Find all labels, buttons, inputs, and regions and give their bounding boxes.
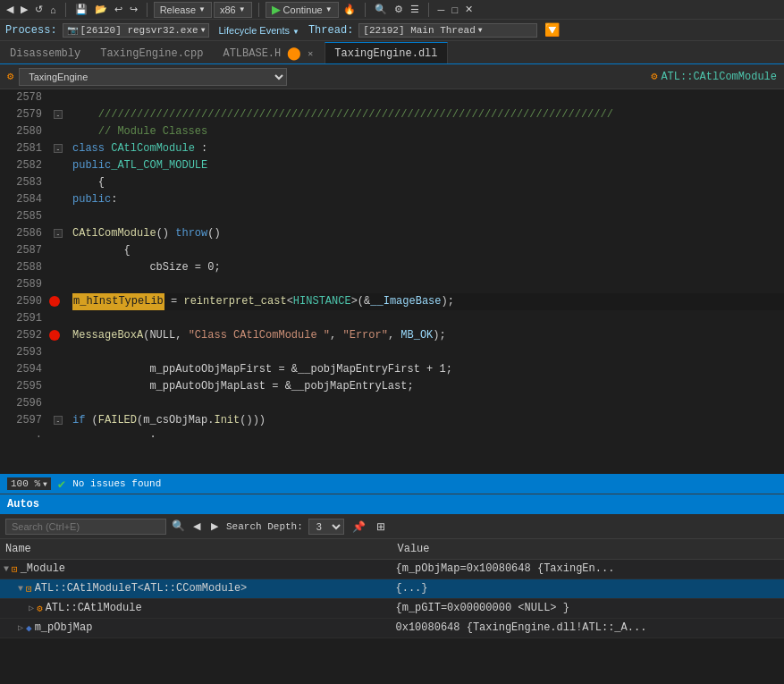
settings-button[interactable]: ⚙	[392, 3, 406, 16]
process-value: [26120] regsvr32.exe	[80, 25, 198, 36]
back-button[interactable]: ◀	[4, 3, 16, 16]
gutter-2588	[49, 259, 69, 276]
flame-icon: 🔥	[343, 4, 356, 15]
minimize-button[interactable]: ─	[435, 4, 448, 16]
breakpoint-2592[interactable]	[49, 330, 60, 341]
semi2: );	[433, 327, 445, 344]
autos-search-bar: 🔍 ◀ ▶ Search Depth: 3 1 2 4 5 📌 ⊞	[0, 514, 784, 539]
lifecycle-arrow: ▼	[292, 28, 299, 36]
autos-cell-atl-module-t-name: ▼ ⊡ ATL::CAtlModuleT<ATL::CComModule>	[0, 578, 392, 598]
undo-button[interactable]: ↩	[112, 3, 125, 16]
line-num-2589: 2589	[0, 276, 42, 293]
process-bar: Process: 📷 [26120] regsvr32.exe ▼ Lifecy…	[0, 20, 784, 41]
code-header: ⚙ TaxingEngine ⚙ ATL::CAtlComModule	[0, 64, 784, 89]
gutter-2598	[49, 429, 69, 446]
line-num-2578: 2578	[0, 89, 42, 106]
tab-atlbase-close[interactable]: ✕	[306, 48, 315, 59]
layout-button[interactable]: ☰	[408, 3, 422, 16]
code-line-2588: cbSize = 0;	[72, 259, 784, 276]
gutter-2583	[49, 174, 69, 191]
autos-row-module[interactable]: ▼ ⊡ _Module {m_pObjMap=0x10080648 {Taxin…	[0, 559, 784, 578]
expand-module[interactable]: ▼	[4, 564, 9, 574]
process-label: Process:	[5, 24, 57, 37]
collapse-2579[interactable]: -	[54, 110, 63, 119]
flame-button[interactable]: 🔥	[341, 3, 358, 16]
search-prev-button[interactable]: ◀	[190, 519, 203, 533]
autos-row-atl-module[interactable]: ▷ ⚙ ATL::CAtlModule {m_pGIT=0x00000000 <…	[0, 598, 784, 618]
toolbar-sep-5	[428, 3, 429, 17]
gutter-2589	[49, 276, 69, 293]
autos-cell-m-pobjmap-value: 0x10080648 {TaxingEngine.dll!ATL::_A...	[392, 618, 785, 638]
tab-atlbase[interactable]: ATLBASE.H ⬤ ✕	[213, 42, 325, 63]
code-line-2585	[72, 208, 784, 225]
depth-select[interactable]: 3 1 2 4 5	[308, 519, 344, 535]
autos-row-m-pobjmap[interactable]: ▷ ◆ m_pObjMap 0x10080648 {TaxingEngine.d…	[0, 618, 784, 638]
tab-taxingengine-cpp[interactable]: TaxingEngine.cpp	[90, 42, 213, 63]
code-line-2594: m_ppAutoObjMapFirst = &__pobjMapEntryFir…	[72, 361, 784, 378]
home-button[interactable]: ⌂	[47, 4, 59, 16]
if-paren: (	[85, 412, 97, 429]
gutter-2592	[49, 327, 69, 344]
fn-msgbox: MessageBoxA	[72, 327, 143, 344]
close-window-button[interactable]: ✕	[462, 3, 476, 16]
toolbar-file-group: 💾 📂 ↩ ↪	[72, 3, 140, 16]
tab-taxingengine-dll[interactable]: TaxingEngine.dll	[325, 42, 447, 63]
m-pobjmap-name: m_pObjMap	[35, 621, 93, 634]
fn-reinterpret: reinterpret_cast	[183, 293, 286, 310]
maximize-button[interactable]: □	[449, 4, 460, 16]
platform-dropdown[interactable]: x86 ▼	[214, 2, 252, 18]
open-button[interactable]: 📂	[92, 3, 110, 16]
kw-public: public	[72, 157, 111, 174]
autos-row-atl-module-t[interactable]: ▼ ⊡ ATL::CAtlModuleT<ATL::CComModule> {.…	[0, 578, 784, 598]
code-line-2595: m_ppAutoObjMapLast = &__pobjMapEntryLast…	[72, 378, 784, 395]
collapse-2581[interactable]: -	[54, 144, 63, 153]
collapse-2597[interactable]: -	[54, 416, 63, 425]
line-numbers: 2578 2579 2580 2581 2582 2583 2584 2585 …	[0, 89, 49, 474]
line-num-2587: 2587	[0, 242, 42, 259]
continue-dropdown[interactable]: ▶ Continue ▼	[266, 2, 339, 18]
fn-failed: FAILED	[98, 412, 137, 429]
config-dropdown[interactable]: Release ▼	[154, 2, 212, 18]
filter-icon[interactable]: 🔽	[544, 22, 560, 38]
refresh-button[interactable]: ↺	[32, 3, 46, 16]
process-dropdown[interactable]: 📷 [26120] regsvr32.exe ▼	[63, 23, 210, 38]
platform-label: x86	[220, 4, 236, 15]
pin-button[interactable]: 📌	[350, 519, 368, 534]
forward-button[interactable]: ▶	[18, 3, 30, 16]
collapse-2586[interactable]: -	[54, 229, 63, 238]
expand-atl-module-t[interactable]: ▼	[18, 584, 23, 594]
redo-button[interactable]: ↪	[127, 3, 140, 16]
type-hinstance: HINSTANCE	[293, 293, 351, 310]
autos-cell-m-pobjmap-name: ▷ ◆ m_pObjMap	[0, 618, 392, 638]
status-ok-icon: ✔	[58, 477, 65, 492]
tab-taxingengine-dll-label: TaxingEngine.dll	[334, 47, 437, 60]
line-num-2580: 2580	[0, 123, 42, 140]
atl-module-t-name: ATL::CAtlModuleT<ATL::CComModule>	[35, 582, 248, 595]
zoom-arrow: ▼	[43, 480, 47, 488]
save-button[interactable]: 💾	[72, 3, 90, 16]
lifecycle-button[interactable]: Lifecycle Events ▼	[215, 24, 302, 37]
autos-search-input[interactable]	[5, 519, 166, 535]
expand-m-pobjmap[interactable]: ▷	[18, 622, 23, 633]
toolbar-search-group: 🔍 ⚙ ☰	[372, 3, 422, 16]
str-class: "Class CAtlComModule "	[189, 327, 330, 344]
tab-disassembly-label: Disassembly	[10, 47, 80, 60]
module-icon: ⊡	[12, 563, 18, 575]
code-line-2592: MessageBoxA(NULL, "Class CAtlComModule "…	[72, 327, 784, 344]
status-bar: 100 % ▼ ✔ No issues found	[0, 474, 784, 494]
expand-button[interactable]: ⊞	[374, 519, 388, 534]
thread-value: [22192] Main Thread	[363, 25, 475, 36]
comma2: ,	[388, 327, 400, 344]
breakpoint-2590[interactable]	[49, 296, 60, 307]
search-button[interactable]: 🔍	[372, 3, 390, 16]
line-num-2584: 2584	[0, 191, 42, 208]
m-pobjmap-icon: ◆	[26, 622, 32, 634]
zoom-control[interactable]: 100 % ▼	[7, 477, 51, 490]
search-next-button[interactable]: ▶	[208, 519, 221, 533]
tab-disassembly[interactable]: Disassembly	[0, 42, 90, 63]
colon2: :	[111, 191, 117, 208]
expand-atl-module[interactable]: ▷	[29, 603, 34, 613]
scope-select[interactable]: TaxingEngine	[19, 68, 287, 86]
thread-dropdown[interactable]: [22192] Main Thread ▼	[358, 23, 537, 38]
code-line-2596	[72, 395, 784, 412]
